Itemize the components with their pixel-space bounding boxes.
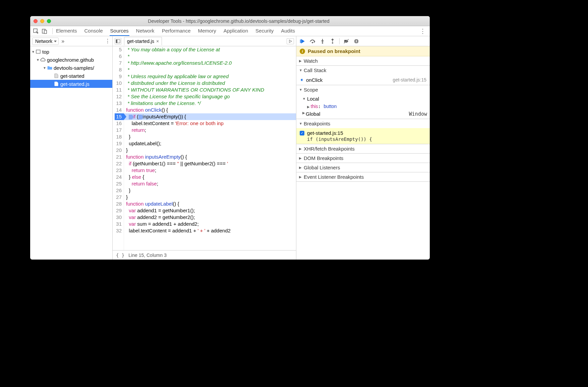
- code-line[interactable]: *: [124, 66, 296, 73]
- code-line[interactable]: * You may obtain a copy of the License a…: [124, 46, 296, 53]
- device-toggle-icon[interactable]: [41, 27, 48, 35]
- gutter-line[interactable]: 25: [115, 180, 122, 187]
- gutter-line[interactable]: 22: [115, 160, 122, 167]
- code-line[interactable]: }: [124, 147, 296, 154]
- code-line[interactable]: * See the License for the specific langu…: [124, 93, 296, 100]
- gutter-line[interactable]: 20: [115, 147, 122, 154]
- run-snippet-icon[interactable]: [287, 38, 294, 44]
- code-line[interactable]: label.textContent = 'Error: one or both …: [124, 120, 296, 127]
- tab-elements[interactable]: Elements: [55, 26, 78, 36]
- code-line[interactable]: * WITHOUT WARRANTIES OR CONDITIONS OF AN…: [124, 87, 296, 93]
- code-line[interactable]: } else {: [124, 174, 296, 180]
- tree-root[interactable]: ▼ top: [30, 48, 112, 56]
- tree-domain[interactable]: ▼ googlechrome.github: [30, 56, 112, 64]
- inspect-element-icon[interactable]: [32, 27, 40, 35]
- gutter-line[interactable]: 18: [115, 133, 122, 140]
- gutter-line[interactable]: 5: [115, 46, 122, 53]
- gutter-line[interactable]: 23: [115, 167, 122, 174]
- code-line[interactable]: if (inputsAreEmpty()) {: [124, 113, 296, 120]
- kebab-menu-icon[interactable]: ⋮: [419, 27, 426, 35]
- close-window-button[interactable]: [34, 19, 38, 23]
- resume-icon[interactable]: [299, 38, 306, 45]
- watch-header[interactable]: ▶Watch: [296, 56, 430, 65]
- gutter-line[interactable]: 11: [115, 87, 122, 93]
- tree-folder[interactable]: ▼ devtools-samples/: [30, 64, 112, 72]
- callstack-frame[interactable]: ➧ onClick get-started.js:15: [296, 75, 430, 84]
- gutter-line[interactable]: 16: [115, 120, 122, 127]
- code-line[interactable]: }: [124, 133, 296, 140]
- code-line[interactable]: * distributed under the License is distr…: [124, 80, 296, 87]
- pause-on-exceptions-icon[interactable]: [353, 38, 360, 45]
- tab-application[interactable]: Application: [223, 26, 249, 36]
- tab-performance[interactable]: Performance: [161, 26, 191, 36]
- gutter-line[interactable]: 9: [115, 73, 122, 80]
- gutter-line[interactable]: 31: [115, 221, 122, 227]
- scope-header[interactable]: ▼Scope: [296, 85, 430, 94]
- gutter-line[interactable]: 24: [115, 174, 122, 180]
- step-over-icon[interactable]: [309, 38, 316, 45]
- code-line[interactable]: function onClick() {: [124, 107, 296, 113]
- code-line[interactable]: * limitations under the License. */: [124, 100, 296, 107]
- gutter-line[interactable]: 8: [115, 66, 122, 73]
- code-editor[interactable]: 5678910111213141516171819202122232425262…: [113, 46, 296, 250]
- tab-memory[interactable]: Memory: [197, 26, 217, 36]
- callstack-header[interactable]: ▼Call Stack: [296, 66, 430, 75]
- code-line[interactable]: }: [124, 187, 296, 194]
- xhr-header[interactable]: ▶XHR/fetch Breakpoints: [296, 144, 430, 153]
- navigator-more-icon[interactable]: »: [61, 38, 64, 44]
- gutter-line[interactable]: 15: [115, 113, 124, 120]
- code-line[interactable]: var addend2 = getNumber2();: [124, 214, 296, 221]
- tab-security[interactable]: Security: [255, 26, 274, 36]
- gutter-line[interactable]: 13: [115, 100, 122, 107]
- code-line[interactable]: }: [124, 194, 296, 201]
- breakpoints-header[interactable]: ▼Breakpoints: [296, 119, 430, 128]
- scope-this[interactable]: ▶ this: button: [296, 103, 430, 110]
- gutter-line[interactable]: 32: [115, 227, 122, 234]
- gutter-line[interactable]: 26: [115, 187, 122, 194]
- gutter-line[interactable]: 12: [115, 93, 122, 100]
- gutter-line[interactable]: 29: [115, 207, 122, 214]
- code-line[interactable]: updateLabel();: [124, 140, 296, 147]
- gutter-line[interactable]: 7: [115, 60, 122, 66]
- tab-audits[interactable]: Audits: [280, 26, 296, 36]
- step-out-icon[interactable]: [329, 38, 336, 45]
- gutter-line[interactable]: 27: [115, 194, 122, 201]
- globall-header[interactable]: ▶Global Listeners: [296, 163, 430, 172]
- close-tab-icon[interactable]: ×: [156, 39, 159, 44]
- gutter-line[interactable]: 19: [115, 140, 122, 147]
- gutter-line[interactable]: 10: [115, 80, 122, 87]
- minimize-window-button[interactable]: [40, 19, 44, 23]
- toggle-navigator-icon[interactable]: [115, 38, 121, 45]
- code-line[interactable]: * http://www.apache.org/licenses/LICENSE…: [124, 60, 296, 66]
- dom-header[interactable]: ▶DOM Breakpoints: [296, 154, 430, 163]
- editor-tab[interactable]: get-started.js ×: [124, 37, 162, 45]
- code-line[interactable]: *: [124, 53, 296, 60]
- code-line[interactable]: return true;: [124, 167, 296, 174]
- breakpoint-checkbox[interactable]: ✓: [300, 131, 304, 135]
- code-line[interactable]: return;: [124, 127, 296, 133]
- tab-console[interactable]: Console: [84, 26, 104, 36]
- pretty-print-icon[interactable]: { }: [116, 253, 124, 258]
- code-line[interactable]: if (getNumber1() === '' || getNumber2() …: [124, 160, 296, 167]
- scope-global[interactable]: ▶GlobalWindow: [296, 110, 430, 118]
- code-line[interactable]: label.textContent = addend1 + ' + ' + ad…: [124, 227, 296, 234]
- code-line[interactable]: var addend1 = getNumber1();: [124, 207, 296, 214]
- gutter-line[interactable]: 6: [115, 53, 122, 60]
- tab-sources[interactable]: Sources: [110, 26, 129, 36]
- code-line[interactable]: var sum = addend1 + addend2;: [124, 221, 296, 227]
- code-line[interactable]: function updateLabel() {: [124, 201, 296, 207]
- code-line[interactable]: * Unless required by applicable law or a…: [124, 73, 296, 80]
- gutter-line[interactable]: 28: [115, 201, 122, 207]
- code-area[interactable]: * You may obtain a copy of the License a…: [124, 46, 296, 250]
- tree-file[interactable]: get-started: [30, 72, 112, 80]
- breakpoint-item[interactable]: ✓ get-started.js:15 if (inputsAreEmpty()…: [296, 128, 430, 144]
- evl-header[interactable]: ▶Event Listener Breakpoints: [296, 172, 430, 181]
- gutter-line[interactable]: 30: [115, 214, 122, 221]
- gutter-line[interactable]: 21: [115, 154, 122, 160]
- code-line[interactable]: return false;: [124, 180, 296, 187]
- step-into-icon[interactable]: [319, 38, 326, 45]
- scope-local[interactable]: ▼Local: [296, 95, 430, 103]
- navigator-kebab-icon[interactable]: ⋮: [105, 38, 110, 44]
- tree-file-selected[interactable]: get-started.js: [30, 80, 112, 88]
- gutter-line[interactable]: 14: [115, 107, 122, 113]
